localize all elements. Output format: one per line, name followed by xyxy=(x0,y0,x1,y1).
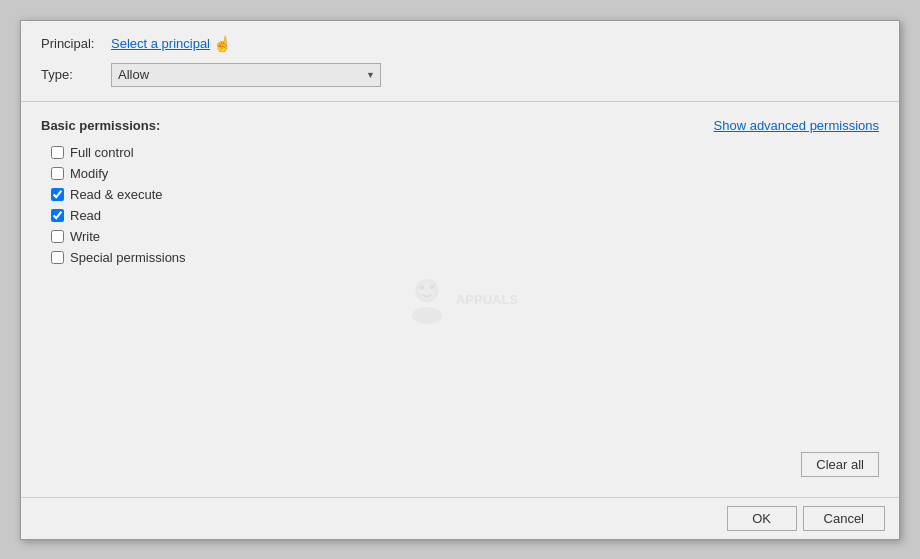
modify-checkbox[interactable] xyxy=(51,167,64,180)
svg-point-1 xyxy=(419,282,436,299)
svg-point-2 xyxy=(412,307,442,324)
full-control-checkbox[interactable] xyxy=(51,146,64,159)
principal-label: Principal: xyxy=(41,36,111,51)
write-label[interactable]: Write xyxy=(70,229,100,244)
read-label[interactable]: Read xyxy=(70,208,101,223)
read-checkbox[interactable] xyxy=(51,209,64,222)
list-item: Read & execute xyxy=(41,187,879,202)
permissions-dialog: Principal: Select a principal ☝ Type: Al… xyxy=(20,20,900,540)
list-item: Special permissions xyxy=(41,250,879,265)
main-section: Basic permissions: Show advanced permiss… xyxy=(21,102,899,497)
cursor-icon: ☝ xyxy=(213,35,232,53)
special-permissions-label[interactable]: Special permissions xyxy=(70,250,186,265)
type-select[interactable]: Allow Deny xyxy=(111,63,381,87)
permissions-list: Full control Modify Read & execute Read … xyxy=(41,145,879,265)
clear-all-button[interactable]: Clear all xyxy=(801,452,879,477)
watermark: APPUALS xyxy=(402,274,518,324)
show-advanced-link[interactable]: Show advanced permissions xyxy=(714,118,879,133)
svg-point-0 xyxy=(415,279,438,302)
cancel-button[interactable]: Cancel xyxy=(803,506,885,531)
watermark-logo-icon xyxy=(402,274,452,324)
list-item: Full control xyxy=(41,145,879,160)
svg-point-4 xyxy=(430,285,434,289)
modify-label[interactable]: Modify xyxy=(70,166,108,181)
bottom-bar: OK Cancel xyxy=(21,497,899,539)
list-item: Modify xyxy=(41,166,879,181)
watermark-text: APPUALS xyxy=(456,292,518,307)
special-permissions-checkbox[interactable] xyxy=(51,251,64,264)
read-execute-label[interactable]: Read & execute xyxy=(70,187,163,202)
read-execute-checkbox[interactable] xyxy=(51,188,64,201)
type-select-wrapper: Allow Deny xyxy=(111,63,381,87)
list-item: Write xyxy=(41,229,879,244)
principal-row: Principal: Select a principal ☝ xyxy=(41,35,879,53)
write-checkbox[interactable] xyxy=(51,230,64,243)
type-label: Type: xyxy=(41,67,111,82)
full-control-label[interactable]: Full control xyxy=(70,145,134,160)
ok-button[interactable]: OK xyxy=(727,506,797,531)
top-section: Principal: Select a principal ☝ Type: Al… xyxy=(21,21,899,102)
type-row: Type: Allow Deny xyxy=(41,63,879,87)
svg-point-3 xyxy=(420,285,424,289)
list-item: Read xyxy=(41,208,879,223)
select-principal-link[interactable]: Select a principal xyxy=(111,36,210,51)
